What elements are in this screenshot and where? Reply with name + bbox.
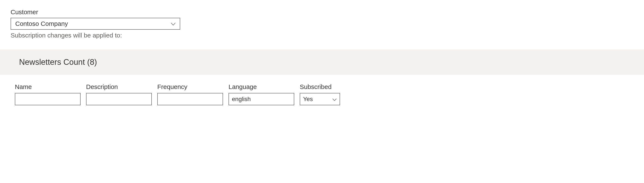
subscribed-label: Subscribed [300, 83, 340, 90]
chevron-down-icon [332, 96, 337, 103]
frequency-label: Frequency [157, 83, 223, 90]
customer-field: Customer Contoso Company Subscription ch… [10, 8, 634, 39]
section-title: Newsletters Count (8) [8, 58, 636, 67]
subscribed-select-value: Yes [303, 96, 313, 103]
name-input[interactable] [15, 93, 80, 105]
description-column: Description [86, 83, 152, 105]
customer-select-value: Contoso Company [15, 20, 68, 27]
filter-row: Name Description Frequency Language Subs… [10, 83, 634, 105]
customer-label: Customer [10, 8, 634, 16]
name-column: Name [15, 83, 80, 105]
subscribed-column: Subscribed Yes [300, 83, 340, 105]
description-input[interactable] [86, 93, 152, 105]
customer-helper-text: Subscription changes will be applied to: [10, 32, 634, 39]
description-label: Description [86, 83, 152, 90]
language-label: Language [228, 83, 294, 90]
customer-select[interactable]: Contoso Company [10, 18, 180, 30]
name-label: Name [15, 83, 80, 90]
chevron-down-icon [171, 20, 176, 27]
subscribed-select[interactable]: Yes [300, 93, 340, 105]
language-column: Language [228, 83, 294, 105]
section-header: Newsletters Count (8) [0, 50, 644, 75]
frequency-column: Frequency [157, 83, 223, 105]
frequency-input[interactable] [157, 93, 223, 105]
language-input[interactable] [228, 93, 294, 105]
